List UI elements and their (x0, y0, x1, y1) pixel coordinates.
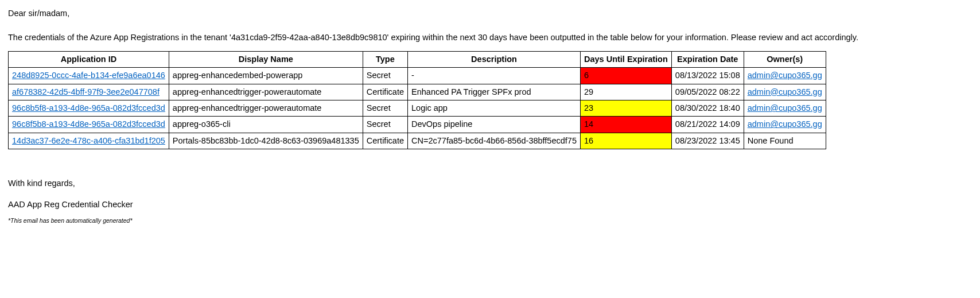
cell-display-name: appreg-enhancedtrigger-powerautomate (169, 84, 363, 100)
salutation: Dear sir/madam, (8, 8, 972, 20)
table-row: 96c8b5f8-a193-4d8e-965a-082d3fcced3dappr… (9, 100, 826, 117)
col-application-id: Application ID (9, 52, 169, 68)
cell-days-until-expiration: 16 (580, 133, 671, 149)
intro-prefix: The credentials of the Azure App Registr… (8, 33, 231, 42)
cell-description: DevOps pipeline (408, 117, 581, 133)
table-header-row: Application ID Display Name Type Descrip… (9, 52, 826, 68)
cell-display-name: Portals-85bc83bb-1dc0-42d8-8c63-03969a48… (169, 133, 363, 149)
cell-application-id: af678382-42d5-4bff-97f9-3ee2e047708f (9, 84, 169, 100)
credentials-table: Application ID Display Name Type Descrip… (8, 51, 826, 149)
regards-line: With kind regards, (8, 178, 972, 189)
cell-description: - (408, 68, 581, 84)
cell-application-id: 14d3ac37-6e2e-478c-a406-cfa31bd1f205 (9, 133, 169, 149)
cell-expiration-date: 09/05/2022 08:22 (671, 84, 744, 100)
cell-display-name: appreg-o365-cli (169, 117, 363, 133)
table-row: af678382-42d5-4bff-97f9-3ee2e047708fappr… (9, 84, 826, 100)
col-description: Description (408, 52, 581, 68)
cell-expiration-date: 08/13/2022 15:08 (671, 68, 744, 84)
application-id-link[interactable]: 96c8b5f8-a193-4d8e-965a-082d3fcced3d (12, 103, 165, 113)
col-days-until-expiration: Days Until Expiration (580, 52, 671, 68)
cell-owners: None Found (744, 133, 826, 149)
owner-link[interactable]: admin@cupo365.gg (748, 119, 822, 129)
cell-owners: admin@cupo365.gg (744, 117, 826, 133)
table-row: 248d8925-0ccc-4afe-b134-efe9a6ea0146appr… (9, 68, 826, 84)
tenant-id: 4a31cda9-2f59-42aa-a840-13e8db9c9810 (231, 33, 387, 42)
table-row: 96c8f5b8-a193-4d8e-965a-082d3fcced3dappr… (9, 117, 826, 133)
cell-description: Enhanced PA Trigger SPFx prod (408, 84, 581, 100)
cell-description: Logic app (408, 100, 581, 117)
owner-link[interactable]: admin@cupo365.gg (748, 71, 822, 80)
cell-expiration-date: 08/21/2022 14:09 (671, 117, 744, 133)
cell-display-name: appreg-enhancedembed-powerapp (169, 68, 363, 84)
signature-line: AAD App Reg Credential Checker (8, 199, 972, 211)
cell-days-until-expiration: 23 (580, 100, 671, 117)
col-owners: Owner(s) (744, 52, 826, 68)
cell-display-name: appreg-enhancedtrigger-powerautomate (169, 100, 363, 117)
footnote: *This email has been automatically gener… (8, 216, 972, 225)
owner-link[interactable]: admin@cupo365.gg (748, 87, 822, 96)
owner-link[interactable]: admin@cupo365.gg (748, 103, 822, 113)
cell-type: Certificate (363, 84, 407, 100)
cell-expiration-date: 08/23/2022 13:45 (671, 133, 744, 149)
cell-application-id: 96c8f5b8-a193-4d8e-965a-082d3fcced3d (9, 117, 169, 133)
cell-application-id: 248d8925-0ccc-4afe-b134-efe9a6ea0146 (9, 68, 169, 84)
col-display-name: Display Name (169, 52, 363, 68)
application-id-link[interactable]: 14d3ac37-6e2e-478c-a406-cfa31bd1f205 (12, 136, 165, 145)
cell-owners: admin@cupo365.gg (744, 100, 826, 117)
cell-owners: admin@cupo365.gg (744, 68, 826, 84)
application-id-link[interactable]: 96c8f5b8-a193-4d8e-965a-082d3fcced3d (12, 119, 165, 129)
cell-application-id: 96c8b5f8-a193-4d8e-965a-082d3fcced3d (9, 100, 169, 117)
cell-expiration-date: 08/30/2022 18:40 (671, 100, 744, 117)
cell-days-until-expiration: 29 (580, 84, 671, 100)
cell-owners: admin@cupo365.gg (744, 84, 826, 100)
application-id-link[interactable]: af678382-42d5-4bff-97f9-3ee2e047708f (12, 87, 160, 96)
intro-paragraph: The credentials of the Azure App Registr… (8, 32, 972, 44)
col-expiration-date: Expiration Date (671, 52, 744, 68)
cell-days-until-expiration: 6 (580, 68, 671, 84)
cell-description: CN=2c77fa85-bc6d-4b66-856d-38bff5ecdf75 (408, 133, 581, 149)
cell-days-until-expiration: 14 (580, 117, 671, 133)
intro-suffix: ' expiring within the next 30 days have … (387, 33, 858, 42)
cell-type: Secret (363, 100, 407, 117)
table-row: 14d3ac37-6e2e-478c-a406-cfa31bd1f205Port… (9, 133, 826, 149)
cell-type: Secret (363, 117, 407, 133)
application-id-link[interactable]: 248d8925-0ccc-4afe-b134-efe9a6ea0146 (12, 71, 165, 80)
cell-type: Secret (363, 68, 407, 84)
cell-type: Certificate (363, 133, 407, 149)
col-type: Type (363, 52, 407, 68)
